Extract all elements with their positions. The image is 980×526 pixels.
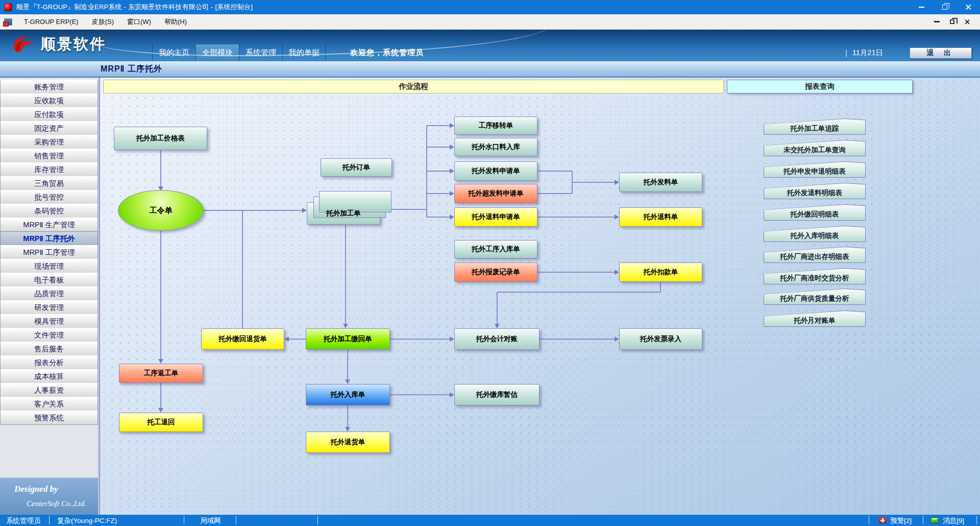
status-separator: [49, 516, 50, 524]
exit-button[interactable]: 退 出: [910, 47, 972, 59]
sidebar-item-16[interactable]: 研发管理: [0, 300, 98, 315]
flow-node-submit-return-goods[interactable]: 托外缴回退货单: [201, 328, 284, 350]
flow-connector: [347, 350, 348, 380]
report-button-1[interactable]: 未交托外加工单查询: [764, 140, 866, 156]
sidebar-item-0[interactable]: 账务管理: [0, 80, 98, 94]
sidebar-item-6[interactable]: 库存管理: [0, 162, 98, 177]
sidebar-item-9[interactable]: 条码管控: [0, 204, 98, 218]
flow-node-accrual[interactable]: 托外缴库暂估: [454, 384, 540, 405]
menu-item-3[interactable]: 帮助(H): [158, 14, 193, 29]
report-button-label: 托外入库明细表: [764, 226, 865, 242]
flow-node-goods-return-note[interactable]: 托外退货单: [306, 432, 390, 453]
status-network: 局域网: [200, 516, 221, 525]
flow-arrow-right: [450, 337, 454, 342]
menu-item-1[interactable]: 皮肤(S): [85, 14, 120, 29]
status-alerts[interactable]: 预警[2]: [890, 516, 912, 525]
sidebar-item-13[interactable]: 现场管理: [0, 259, 98, 273]
mdi-child-icon: [4, 18, 12, 26]
flow-node-accounting-recon[interactable]: 托外会计对账: [454, 328, 540, 350]
mdi-minimize-icon: [934, 21, 940, 22]
close-button[interactable]: ✕: [957, 0, 980, 14]
flow-node-process-sheet[interactable]: 托外加工单: [307, 202, 380, 225]
sidebar-item-21[interactable]: 成本核算: [0, 369, 98, 384]
sidebar-item-1[interactable]: 应收款项: [0, 93, 98, 108]
flow-connector: [347, 405, 348, 427]
flow-connector: [427, 125, 450, 126]
sidebar-item-23[interactable]: 客户关系: [0, 397, 98, 411]
sidebar-item-24[interactable]: 预警系统: [0, 411, 98, 425]
report-button-9[interactable]: 托外月对账单: [764, 310, 866, 327]
flow-node-submit-note[interactable]: 托外加工缴回单: [306, 328, 390, 350]
sidebar-item-18[interactable]: 文件管理: [0, 328, 98, 342]
flow-arrow-right: [450, 191, 454, 196]
report-button-0[interactable]: 托外加工单追踪: [764, 118, 866, 135]
menu-item-2[interactable]: 窗口(W): [120, 14, 158, 29]
sidebar-item-20[interactable]: 报表分析: [0, 355, 98, 370]
flow-connector: [537, 193, 572, 194]
sidebar-item-17[interactable]: 模具管理: [0, 314, 98, 328]
flow-node-return-request[interactable]: 托外退料申请单: [454, 207, 537, 227]
flow-connector: [204, 210, 302, 211]
sidebar-item-3[interactable]: 固定资产: [0, 121, 98, 135]
flow-node-scrap-record[interactable]: 托外报废记录单: [454, 262, 537, 282]
flow-node-process-warehouse-in[interactable]: 托外工序入库单: [454, 240, 537, 258]
nav-tab-3[interactable]: 我的单据: [282, 44, 326, 61]
sidebar-item-4[interactable]: 采购管理: [0, 135, 98, 149]
flow-node-warehouse-in-note[interactable]: 托外入库单: [306, 384, 390, 405]
flow-node-issue-request[interactable]: 托外发料申请单: [454, 161, 537, 181]
mdi-minimize-button[interactable]: [929, 14, 944, 29]
message-icon[interactable]: [930, 517, 939, 523]
report-button-6[interactable]: 托外厂商进出存明细表: [764, 247, 866, 263]
nav-tab-0[interactable]: 我的主页: [152, 44, 195, 61]
flow-node-return-note[interactable]: 托外退料单: [619, 207, 702, 227]
report-button-7[interactable]: 托外厂商准时交货分析: [764, 268, 866, 284]
app-logo-icon: [4, 3, 12, 11]
flow-node-issue-note[interactable]: 托外发料单: [619, 173, 702, 192]
report-button-2[interactable]: 托外申发申退明细表: [764, 161, 866, 178]
flow-node-outsource-order[interactable]: 托外订单: [321, 158, 392, 177]
module-sidebar: 账务管理应收款项应付款项固定资产采购管理销售管理库存管理三角贸易批号管控条码管控…: [0, 78, 100, 515]
flow-node-outwork-return[interactable]: 托工退回: [119, 413, 203, 432]
report-button-label: 托外申发申退明细表: [764, 162, 865, 177]
sidebar-item-14[interactable]: 电子看板: [0, 273, 98, 287]
mdi-close-button[interactable]: ×: [960, 14, 975, 29]
mdi-restore-button[interactable]: [944, 14, 960, 29]
report-button-3[interactable]: 托外发退料明细表: [764, 183, 866, 199]
report-button-5[interactable]: 托外入库明细表: [764, 226, 866, 242]
flow-canvas: 作业流程 报表查询 托外加工价格表托外订单工令单托外加工单工序移转单托外水口料入…: [100, 78, 980, 515]
sidebar-item-7[interactable]: 三角贸易: [0, 176, 98, 190]
flow-node-price-list[interactable]: 托外加工价格表: [114, 127, 207, 150]
flow-node-over-issue-request[interactable]: 托外超发料申请单: [454, 184, 537, 203]
sidebar-item-8[interactable]: 批号管控: [0, 190, 98, 204]
alert-icon[interactable]: [879, 517, 887, 523]
flow-node-invoice-entry[interactable]: 托外发票录入: [619, 328, 702, 350]
report-button-8[interactable]: 托外厂商供货质量分析: [764, 289, 866, 305]
flow-node-deduction-note[interactable]: 托外扣款单: [619, 262, 702, 282]
sidebar-item-12[interactable]: MRPⅡ 工序管理: [0, 245, 98, 259]
report-button-label: 托外加工单追踪: [764, 119, 865, 134]
sidebar-item-2[interactable]: 应付款项: [0, 107, 98, 122]
minimize-button[interactable]: [910, 0, 933, 14]
sidebar-item-22[interactable]: 人事薪资: [0, 383, 98, 397]
nav-tab-2[interactable]: 系统管理: [239, 44, 282, 61]
flow-arrow-right: [450, 214, 454, 220]
restore-button[interactable]: [933, 0, 957, 14]
report-button-4[interactable]: 托外缴回明细表: [764, 204, 866, 221]
sidebar-list: 账务管理应收款项应付款项固定资产采购管理销售管理库存管理三角贸易批号管控条码管控…: [0, 80, 98, 425]
flow-node-transfer-note[interactable]: 工序移转单: [454, 116, 537, 135]
flow-node-sprue-in[interactable]: 托外水口料入库: [454, 138, 537, 156]
flow-node-work-order[interactable]: 工令单: [118, 190, 204, 231]
flow-node-rework-note[interactable]: 工序返工单: [119, 364, 203, 383]
nav-tab-1[interactable]: 全部模块: [195, 44, 239, 61]
flow-arrow-right: [450, 145, 454, 150]
sidebar-item-5[interactable]: 销售管理: [0, 149, 98, 163]
main-header: 顺景软件 我的主页全部模块系统管理我的单据 欢迎您，系统管理员 | 11月21日…: [0, 30, 980, 61]
status-separator: [923, 516, 923, 524]
sidebar-item-19[interactable]: 售后服务: [0, 342, 98, 356]
status-messages[interactable]: 消息[9]: [943, 516, 964, 525]
menu-item-0[interactable]: T-GROUP ERP(E): [17, 14, 85, 29]
sidebar-item-10[interactable]: MRPⅡ 生产管理: [0, 218, 98, 232]
sidebar-item-15[interactable]: 品质管理: [0, 286, 98, 301]
flow-arrow-right: [615, 180, 619, 185]
sidebar-item-11[interactable]: MRPⅡ 工序托外: [0, 231, 98, 246]
